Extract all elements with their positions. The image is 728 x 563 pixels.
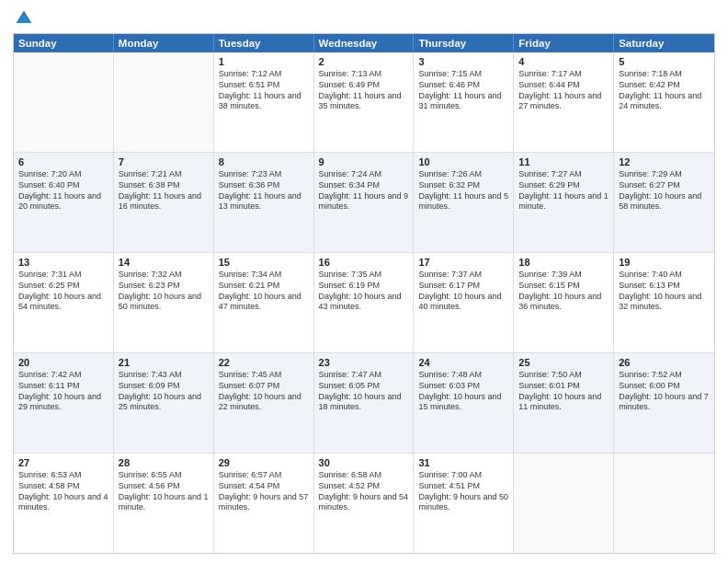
cal-cell: 18Sunrise: 7:39 AM Sunset: 6:15 PM Dayli… bbox=[514, 253, 614, 352]
sun-info: Sunrise: 7:43 AM Sunset: 6:09 PM Dayligh… bbox=[119, 370, 201, 411]
cal-header-cell-monday: Monday bbox=[114, 34, 214, 52]
cal-cell: 15Sunrise: 7:34 AM Sunset: 6:21 PM Dayli… bbox=[214, 253, 314, 352]
day-number: 9 bbox=[319, 155, 409, 168]
cal-cell: 7Sunrise: 7:21 AM Sunset: 6:38 PM Daylig… bbox=[114, 153, 214, 252]
sun-info: Sunrise: 7:12 AM Sunset: 6:51 PM Dayligh… bbox=[219, 69, 301, 110]
day-number: 19 bbox=[619, 256, 710, 269]
cal-cell: 20Sunrise: 7:42 AM Sunset: 6:11 PM Dayli… bbox=[14, 353, 114, 453]
day-number: 18 bbox=[518, 256, 609, 269]
sun-info: Sunrise: 7:45 AM Sunset: 6:07 PM Dayligh… bbox=[219, 370, 301, 411]
cal-cell: 9Sunrise: 7:24 AM Sunset: 6:34 PM Daylig… bbox=[314, 153, 415, 252]
cal-cell: 19Sunrise: 7:40 AM Sunset: 6:13 PM Dayli… bbox=[614, 253, 714, 352]
cal-header-cell-friday: Friday bbox=[514, 34, 614, 52]
sun-info: Sunrise: 7:32 AM Sunset: 6:23 PM Dayligh… bbox=[119, 270, 201, 311]
day-number: 27 bbox=[18, 456, 108, 469]
day-number: 15 bbox=[219, 256, 309, 269]
sun-info: Sunrise: 7:40 AM Sunset: 6:13 PM Dayligh… bbox=[619, 270, 701, 311]
cal-cell: 21Sunrise: 7:43 AM Sunset: 6:09 PM Dayli… bbox=[114, 353, 214, 453]
cal-cell: 16Sunrise: 7:35 AM Sunset: 6:19 PM Dayli… bbox=[314, 253, 415, 352]
day-number: 5 bbox=[619, 55, 710, 68]
sun-info: Sunrise: 7:37 AM Sunset: 6:17 PM Dayligh… bbox=[418, 270, 501, 311]
cal-header-cell-wednesday: Wednesday bbox=[314, 34, 415, 52]
day-number: 21 bbox=[119, 356, 209, 369]
sun-info: Sunrise: 7:15 AM Sunset: 6:46 PM Dayligh… bbox=[418, 69, 501, 110]
sun-info: Sunrise: 7:24 AM Sunset: 6:34 PM Dayligh… bbox=[319, 169, 409, 211]
sun-info: Sunrise: 7:52 AM Sunset: 6:00 PM Dayligh… bbox=[619, 370, 709, 411]
sun-info: Sunrise: 7:47 AM Sunset: 6:05 PM Dayligh… bbox=[319, 370, 402, 411]
day-number: 16 bbox=[319, 256, 409, 269]
cal-cell: 4Sunrise: 7:17 AM Sunset: 6:44 PM Daylig… bbox=[514, 52, 614, 152]
sun-info: Sunrise: 7:34 AM Sunset: 6:21 PM Dayligh… bbox=[219, 270, 301, 311]
day-number: 6 bbox=[18, 155, 108, 168]
sun-info: Sunrise: 7:18 AM Sunset: 6:42 PM Dayligh… bbox=[619, 69, 701, 110]
cal-cell bbox=[114, 52, 214, 152]
cal-cell: 12Sunrise: 7:29 AM Sunset: 6:27 PM Dayli… bbox=[614, 153, 714, 252]
cal-cell: 10Sunrise: 7:26 AM Sunset: 6:32 PM Dayli… bbox=[414, 153, 514, 252]
cal-row: 13Sunrise: 7:31 AM Sunset: 6:25 PM Dayli… bbox=[14, 252, 714, 352]
day-number: 25 bbox=[518, 356, 609, 369]
sun-info: Sunrise: 7:29 AM Sunset: 6:27 PM Dayligh… bbox=[619, 169, 701, 211]
day-number: 2 bbox=[319, 55, 409, 68]
cal-cell: 5Sunrise: 7:18 AM Sunset: 6:42 PM Daylig… bbox=[614, 52, 714, 152]
calendar: SundayMondayTuesdayWednesdayThursdayFrid… bbox=[13, 33, 715, 554]
logo-icon bbox=[15, 9, 33, 28]
cal-row: 20Sunrise: 7:42 AM Sunset: 6:11 PM Dayli… bbox=[14, 352, 714, 453]
cal-row: 1Sunrise: 7:12 AM Sunset: 6:51 PM Daylig… bbox=[14, 52, 714, 152]
header bbox=[13, 9, 715, 28]
cal-cell bbox=[14, 52, 114, 152]
sun-info: Sunrise: 6:55 AM Sunset: 4:56 PM Dayligh… bbox=[119, 470, 209, 511]
day-number: 11 bbox=[518, 155, 609, 168]
cal-cell: 31Sunrise: 7:00 AM Sunset: 4:51 PM Dayli… bbox=[414, 454, 514, 553]
day-number: 26 bbox=[619, 356, 710, 369]
day-number: 20 bbox=[18, 356, 108, 369]
sun-info: Sunrise: 6:58 AM Sunset: 4:52 PM Dayligh… bbox=[319, 470, 409, 511]
sun-info: Sunrise: 7:00 AM Sunset: 4:51 PM Dayligh… bbox=[418, 470, 508, 511]
cal-cell: 14Sunrise: 7:32 AM Sunset: 6:23 PM Dayli… bbox=[114, 253, 214, 352]
cal-row: 6Sunrise: 7:20 AM Sunset: 6:40 PM Daylig… bbox=[14, 152, 714, 252]
sun-info: Sunrise: 7:42 AM Sunset: 6:11 PM Dayligh… bbox=[18, 370, 101, 411]
day-number: 29 bbox=[219, 456, 309, 469]
cal-cell: 28Sunrise: 6:55 AM Sunset: 4:56 PM Dayli… bbox=[114, 454, 214, 553]
cal-cell: 30Sunrise: 6:58 AM Sunset: 4:52 PM Dayli… bbox=[314, 454, 415, 553]
cal-cell: 8Sunrise: 7:23 AM Sunset: 6:36 PM Daylig… bbox=[214, 153, 314, 252]
cal-cell: 29Sunrise: 6:57 AM Sunset: 4:54 PM Dayli… bbox=[214, 454, 314, 553]
cal-cell: 2Sunrise: 7:13 AM Sunset: 6:49 PM Daylig… bbox=[314, 52, 415, 152]
cal-cell bbox=[514, 454, 614, 553]
sun-info: Sunrise: 7:23 AM Sunset: 6:36 PM Dayligh… bbox=[219, 169, 301, 211]
day-number: 22 bbox=[219, 356, 309, 369]
cal-cell: 3Sunrise: 7:15 AM Sunset: 6:46 PM Daylig… bbox=[414, 52, 514, 152]
cal-header-cell-saturday: Saturday bbox=[614, 34, 714, 52]
cal-cell: 27Sunrise: 6:53 AM Sunset: 4:58 PM Dayli… bbox=[14, 454, 114, 553]
calendar-body: 1Sunrise: 7:12 AM Sunset: 6:51 PM Daylig… bbox=[14, 52, 714, 553]
cal-cell: 25Sunrise: 7:50 AM Sunset: 6:01 PM Dayli… bbox=[514, 353, 614, 453]
day-number: 23 bbox=[319, 356, 409, 369]
cal-header-cell-thursday: Thursday bbox=[414, 34, 514, 52]
sun-info: Sunrise: 7:20 AM Sunset: 6:40 PM Dayligh… bbox=[18, 169, 101, 211]
day-number: 31 bbox=[418, 456, 508, 469]
page: SundayMondayTuesdayWednesdayThursdayFrid… bbox=[0, 0, 728, 563]
sun-info: Sunrise: 6:57 AM Sunset: 4:54 PM Dayligh… bbox=[219, 470, 309, 511]
cal-cell: 22Sunrise: 7:45 AM Sunset: 6:07 PM Dayli… bbox=[214, 353, 314, 453]
cal-cell: 23Sunrise: 7:47 AM Sunset: 6:05 PM Dayli… bbox=[314, 353, 415, 453]
cal-header-cell-sunday: Sunday bbox=[14, 34, 114, 52]
day-number: 30 bbox=[319, 456, 409, 469]
day-number: 7 bbox=[119, 155, 209, 168]
cal-cell: 1Sunrise: 7:12 AM Sunset: 6:51 PM Daylig… bbox=[214, 52, 314, 152]
cal-cell: 24Sunrise: 7:48 AM Sunset: 6:03 PM Dayli… bbox=[414, 353, 514, 453]
sun-info: Sunrise: 7:50 AM Sunset: 6:01 PM Dayligh… bbox=[518, 370, 601, 411]
day-number: 24 bbox=[418, 356, 508, 369]
day-number: 28 bbox=[119, 456, 209, 469]
calendar-header: SundayMondayTuesdayWednesdayThursdayFrid… bbox=[14, 34, 714, 52]
day-number: 10 bbox=[418, 155, 508, 168]
sun-info: Sunrise: 7:48 AM Sunset: 6:03 PM Dayligh… bbox=[418, 370, 501, 411]
day-number: 17 bbox=[418, 256, 508, 269]
cal-cell: 17Sunrise: 7:37 AM Sunset: 6:17 PM Dayli… bbox=[414, 253, 514, 352]
day-number: 12 bbox=[619, 155, 710, 168]
day-number: 14 bbox=[119, 256, 209, 269]
sun-info: Sunrise: 7:13 AM Sunset: 6:49 PM Dayligh… bbox=[319, 69, 402, 110]
sun-info: Sunrise: 7:35 AM Sunset: 6:19 PM Dayligh… bbox=[319, 270, 402, 311]
sun-info: Sunrise: 7:26 AM Sunset: 6:32 PM Dayligh… bbox=[418, 169, 508, 211]
day-number: 4 bbox=[518, 55, 609, 68]
sun-info: Sunrise: 7:21 AM Sunset: 6:38 PM Dayligh… bbox=[119, 169, 201, 211]
cal-cell: 13Sunrise: 7:31 AM Sunset: 6:25 PM Dayli… bbox=[14, 253, 114, 352]
